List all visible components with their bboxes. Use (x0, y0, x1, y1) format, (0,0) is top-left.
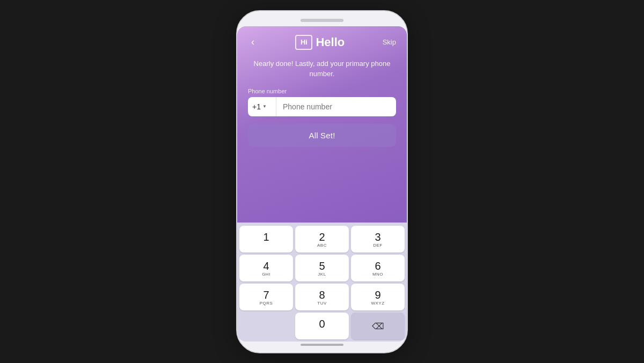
backspace-key[interactable]: ⌫ (351, 313, 405, 339)
phone-number-input[interactable] (276, 97, 396, 116)
hi-logo: Hi (295, 35, 312, 50)
subtitle-text: Nearly done! Lastly, add your primary ph… (248, 58, 396, 79)
key-5[interactable]: 5 JKL (295, 255, 349, 281)
key-8[interactable]: 8 TUV (295, 284, 349, 310)
key-1[interactable]: 1 (239, 226, 293, 253)
screen: ‹ Hi Hello Skip Nearly done! Lastly, add… (237, 26, 407, 342)
caret-icon: ▼ (262, 104, 267, 109)
key-9-letters: WXYZ (371, 301, 384, 306)
key-4-number: 4 (263, 260, 269, 272)
phone-frame: ‹ Hi Hello Skip Nearly done! Lastly, add… (236, 10, 408, 353)
key-0[interactable]: 0 (295, 313, 349, 339)
back-button[interactable]: ‹ (248, 35, 258, 49)
phone-field-label: Phone number (248, 88, 396, 94)
app-content: ‹ Hi Hello Skip Nearly done! Lastly, add… (237, 26, 407, 223)
key-5-number: 5 (319, 260, 325, 272)
key-3-number: 3 (375, 231, 380, 243)
key-empty (239, 313, 293, 339)
key-9[interactable]: 9 WXYZ (351, 284, 405, 310)
key-3[interactable]: 3 DEF (351, 226, 405, 253)
keyboard-area: 1 2 ABC 3 DEF 4 GHI 5 JKL (237, 223, 407, 342)
key-5-letters: JKL (318, 272, 326, 277)
backspace-icon: ⌫ (372, 321, 384, 331)
key-6-letters: MNO (372, 272, 383, 277)
key-4-letters: GHI (262, 272, 270, 277)
skip-button[interactable]: Skip (383, 38, 396, 46)
key-3-letters: DEF (373, 243, 383, 248)
country-code-selector[interactable]: +1 ▼ (248, 97, 276, 116)
logo-title: Hi Hello (295, 35, 345, 50)
key-2-letters: ABC (317, 243, 327, 248)
top-bar: ‹ Hi Hello Skip (248, 35, 396, 50)
keyboard-grid: 1 2 ABC 3 DEF 4 GHI 5 JKL (239, 226, 405, 339)
all-set-button[interactable]: All Set! (248, 124, 396, 147)
key-8-letters: TUV (317, 301, 327, 306)
key-9-number: 9 (375, 289, 380, 301)
key-6[interactable]: 6 MNO (351, 255, 405, 281)
key-4[interactable]: 4 GHI (239, 255, 293, 281)
key-2[interactable]: 2 ABC (295, 226, 349, 253)
key-1-number: 1 (263, 231, 269, 243)
key-7-letters: PQRS (260, 301, 273, 306)
app-name: Hello (316, 35, 345, 49)
phone-input-row: +1 ▼ (248, 97, 396, 116)
key-7-number: 7 (263, 289, 269, 301)
key-6-number: 6 (375, 260, 380, 272)
key-7[interactable]: 7 PQRS (239, 284, 293, 310)
country-code-value: +1 (252, 102, 261, 111)
key-2-number: 2 (319, 231, 325, 243)
key-8-number: 8 (319, 289, 325, 301)
key-0-number: 0 (319, 318, 325, 330)
